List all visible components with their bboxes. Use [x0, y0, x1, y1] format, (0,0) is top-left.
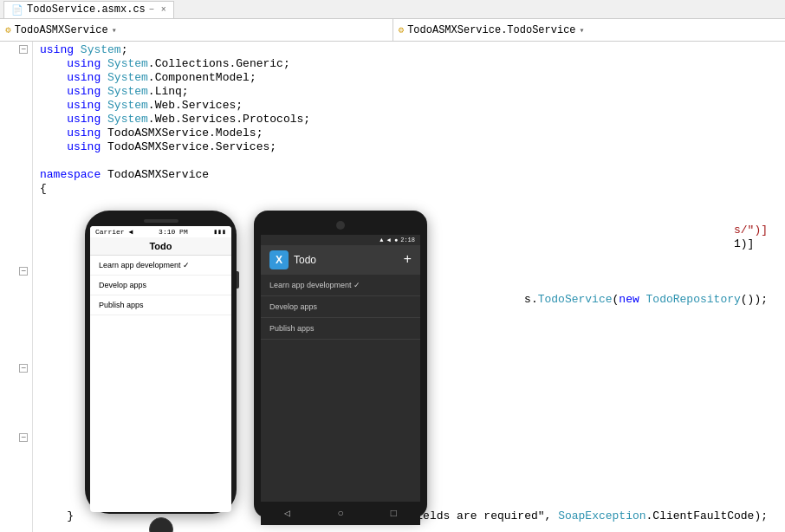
- nav-left-dropdown[interactable]: ▾: [112, 25, 117, 36]
- nav-right[interactable]: ⚙ TodoASMXService.TodoService ▾: [393, 19, 786, 41]
- collapse-1[interactable]: −: [19, 45, 28, 54]
- cs-file-icon: 📄: [11, 4, 23, 16]
- code-area[interactable]: using System; using System.Collections.G…: [33, 42, 785, 532]
- iphone-status-bar: Carrier ◀ 3:10 PM ▮▮▮: [90, 226, 231, 237]
- android-list-item-2: Develop apps: [261, 296, 420, 318]
- code-partial-bottom: notes fields are required", SoapExceptio…: [369, 509, 768, 523]
- android-app-bar: X Todo +: [261, 245, 420, 275]
- code-line-10: namespace TodoASMXService: [40, 168, 778, 182]
- nav-left-text: TodoASMXService: [15, 24, 108, 36]
- android-back-icon[interactable]: ◁: [284, 507, 290, 520]
- iphone-side-button: [237, 271, 239, 289]
- code-line-5: using System.Web.Services;: [40, 99, 778, 113]
- iphone-list-item-2: Develop apps: [90, 276, 231, 295]
- title-bar: 📄 TodoService.asmx.cs − ×: [0, 0, 785, 19]
- android-nav-bar: ◁ ○ □: [261, 502, 420, 525]
- code-line-4: using System.Linq;: [40, 85, 778, 99]
- android-title-text: Todo: [294, 254, 316, 266]
- code-line-3: using System.ComponentModel;: [40, 71, 778, 85]
- tab-close-icon[interactable]: ×: [161, 5, 166, 15]
- android-recent-icon[interactable]: □: [391, 508, 397, 520]
- iphone-list-item-1: Learn app development ✓: [90, 256, 231, 276]
- android-status-bar: ▲ ◀ ● 2:18: [261, 235, 420, 245]
- file-tab[interactable]: 📄 TodoService.asmx.cs − ×: [3, 1, 174, 18]
- tab-label: TodoService.asmx.cs: [27, 3, 146, 16]
- android-list-item-3: Publish apps: [261, 318, 420, 340]
- android-app-title: X Todo: [269, 250, 316, 269]
- phones-container: Carrier ◀ 3:10 PM ▮▮▮ Todo Learn app dev…: [85, 211, 427, 518]
- code-closing-brace: }: [40, 509, 74, 523]
- iphone-speaker: [144, 219, 178, 223]
- code-line-2: using System.Collections.Generic;: [40, 57, 778, 71]
- android-item-text-2: Develop apps: [269, 302, 317, 311]
- nav-right-icon: ⚙: [399, 24, 405, 36]
- iphone-screen: Carrier ◀ 3:10 PM ▮▮▮ Todo Learn app dev…: [90, 226, 231, 512]
- iphone-carrier: Carrier ◀: [95, 228, 133, 236]
- code-line-8: using TodoASMXService.Services;: [40, 140, 778, 154]
- android-list-item-1: Learn app development ✓: [261, 275, 420, 296]
- code-line-1: using System;: [40, 43, 778, 57]
- nav-left[interactable]: ⚙ TodoASMXService ▾: [0, 19, 393, 41]
- iphone-item-text-3: Publish apps: [99, 301, 144, 309]
- nav-right-dropdown[interactable]: ▾: [580, 25, 585, 36]
- collapse-3[interactable]: −: [19, 364, 28, 373]
- nav-bar: ⚙ TodoASMXService ▾ ⚙ TodoASMXService.To…: [0, 19, 785, 42]
- code-line-11: {: [40, 182, 778, 196]
- editor-gutter: − − − −: [0, 42, 33, 532]
- code-partial-middle: s.TodoService(new TodoRepository());: [524, 293, 768, 307]
- android-item-text-1: Learn app development ✓: [269, 281, 360, 289]
- android-mockup: ▲ ◀ ● 2:18 X Todo + Learn app developmen…: [254, 211, 427, 518]
- code-line-9: [40, 154, 778, 168]
- android-screen: ▲ ◀ ● 2:18 X Todo + Learn app developmen…: [261, 235, 420, 525]
- iphone-item-text-1: Learn app development ✓: [99, 261, 190, 269]
- code-partial-top: s/")] 1)]: [734, 224, 768, 251]
- android-add-button[interactable]: +: [403, 252, 412, 268]
- nav-right-text: TodoASMXService.TodoService: [407, 24, 575, 36]
- android-home-icon[interactable]: ○: [337, 508, 343, 520]
- tab-pin-icon: −: [149, 5, 154, 15]
- iphone-battery: ▮▮▮: [214, 228, 226, 236]
- nav-left-icon: ⚙: [5, 24, 11, 36]
- iphone-list-item-3: Publish apps: [90, 295, 231, 315]
- iphone-title: Todo: [149, 241, 172, 251]
- android-x-logo: X: [269, 250, 289, 269]
- iphone-item-text-2: Develop apps: [99, 281, 146, 289]
- android-time: 2:18: [400, 237, 415, 243]
- code-line-7: using TodoASMXService.Models;: [40, 127, 778, 140]
- editor: − − − − using System; using System.Colle…: [0, 42, 785, 532]
- iphone-mockup: Carrier ◀ 3:10 PM ▮▮▮ Todo Learn app dev…: [85, 211, 237, 514]
- iphone-home-button[interactable]: [149, 517, 173, 532]
- collapse-2[interactable]: −: [19, 267, 28, 276]
- android-status-icons: ▲ ◀ ●: [380, 237, 398, 243]
- iphone-nav-bar: Todo: [90, 237, 231, 256]
- android-camera: [336, 221, 345, 230]
- android-item-text-3: Publish apps: [269, 324, 315, 333]
- collapse-4[interactable]: −: [19, 433, 28, 442]
- code-line-6: using System.Web.Services.Protocols;: [40, 113, 778, 127]
- iphone-time: 3:10 PM: [159, 228, 188, 236]
